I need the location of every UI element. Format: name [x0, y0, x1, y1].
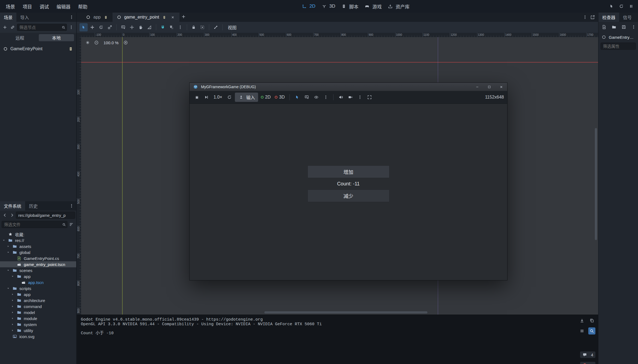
scale-mode-button[interactable] — [106, 23, 114, 31]
file-tree-item[interactable]: app.tscn — [0, 279, 76, 285]
file-tree-item[interactable]: architecture — [0, 297, 76, 303]
selection-list-button[interactable] — [303, 93, 311, 101]
current-path-input[interactable] — [16, 212, 75, 219]
skeleton-options-button[interactable] — [212, 23, 220, 31]
scene-tree-item[interactable]: GameEntryPoint — [0, 45, 76, 52]
file-tree-item[interactable]: command — [0, 303, 76, 309]
expand-arrow-icon[interactable] — [10, 299, 14, 302]
collapse-arrow-icon[interactable] — [6, 251, 10, 254]
workspace-2d[interactable]: 2D — [301, 3, 315, 10]
local-button[interactable]: 本地 — [39, 34, 74, 41]
close-tab-icon[interactable] — [170, 14, 176, 20]
reset-time-scale-button[interactable] — [225, 93, 234, 101]
file-tree-item[interactable]: scripts — [0, 285, 76, 291]
debug-pause-button[interactable] — [627, 2, 635, 10]
mute-audio-button[interactable] — [337, 93, 345, 101]
select-mode-button[interactable] — [79, 23, 88, 31]
increase-button[interactable]: 增加 — [308, 165, 389, 178]
close-button[interactable] — [495, 83, 507, 91]
tab-import[interactable]: 导入 — [16, 13, 33, 22]
horizontal-scrollbar-thumb[interactable] — [264, 311, 427, 313]
file-tree-item[interactable]: utility — [0, 327, 76, 333]
vertical-scrollbar-thumb[interactable] — [595, 128, 597, 240]
rotate-mode-button[interactable] — [97, 23, 105, 31]
workspace-script[interactable]: 脚本 — [341, 3, 358, 10]
collapse-duplicates-button[interactable] — [578, 327, 586, 335]
copy-output-button[interactable] — [588, 317, 595, 324]
fullscreen-button[interactable] — [365, 93, 374, 101]
tab-history[interactable]: 历史 — [25, 201, 42, 211]
error-count-badge[interactable]: 0 — [580, 362, 595, 364]
group-node-button[interactable] — [198, 23, 206, 31]
collapse-arrow-icon[interactable] — [10, 275, 14, 278]
zoom-out-button[interactable] — [93, 39, 100, 46]
scene-tree-menu-button[interactable] — [68, 24, 75, 31]
camera-override-button[interactable] — [346, 93, 355, 101]
game-window-titlebar[interactable]: MyGFrameworkGame (DEBUG) — [190, 83, 507, 91]
pick-node-button[interactable] — [293, 93, 301, 101]
collapse-arrow-icon[interactable] — [6, 287, 10, 290]
speed-scale-label[interactable]: 1.0× — [212, 95, 224, 100]
pan-mode-button[interactable] — [137, 23, 145, 31]
remote-button[interactable]: 远程 — [2, 34, 38, 41]
camera-options-button[interactable] — [356, 93, 364, 101]
visibility-options-button[interactable] — [312, 93, 320, 101]
filesystem-menu-button[interactable] — [67, 202, 76, 210]
file-tree-item[interactable]: system — [0, 321, 76, 327]
horizontal-scrollbar[interactable] — [81, 311, 598, 314]
file-tree-item[interactable]: game_entry_point.tscn — [0, 261, 76, 267]
expand-arrow-icon[interactable] — [10, 317, 14, 320]
zoom-in-button[interactable] — [122, 39, 129, 46]
tab-filesystem[interactable]: 文件系统 — [0, 201, 25, 211]
add-scene-tab-button[interactable] — [179, 13, 188, 21]
vertical-scrollbar[interactable] — [594, 37, 598, 315]
menu-debug[interactable]: 调试 — [36, 2, 52, 11]
inspector-node-header[interactable]: GameEntryPoint — [598, 32, 638, 42]
load-resource-button[interactable] — [610, 23, 618, 31]
file-tree-item[interactable]: GameEntryPoint.cs — [0, 255, 76, 261]
instance-scene-button[interactable] — [9, 24, 16, 31]
scene-tabs-menu-button[interactable] — [582, 14, 588, 20]
file-tree-item[interactable]: model — [0, 309, 76, 315]
new-resource-button[interactable] — [600, 23, 608, 31]
expand-arrow-icon[interactable] — [10, 305, 14, 308]
attached-script-icon[interactable] — [67, 46, 74, 52]
expand-arrow-icon[interactable] — [6, 245, 10, 248]
tab-scene[interactable]: 场景 — [0, 13, 16, 22]
file-tree-item[interactable]: 收藏: — [0, 231, 76, 237]
tab-inspector[interactable]: 检查器 — [598, 13, 619, 22]
message-count-badge[interactable]: 4 — [580, 351, 595, 358]
menu-help[interactable]: 帮助 — [75, 2, 91, 11]
nav-forward-button[interactable] — [9, 212, 15, 218]
file-tree-item[interactable]: global — [0, 249, 76, 255]
inspector-menu-button[interactable] — [636, 13, 638, 21]
filter-files-input[interactable] — [2, 221, 67, 228]
collapse-arrow-icon[interactable] — [2, 239, 6, 242]
scene-tab-game-entry-point[interactable]: game_entry_point — [113, 13, 179, 22]
scene-dock-menu-button[interactable] — [67, 13, 76, 21]
filter-properties-input[interactable] — [601, 43, 636, 50]
snap-options-button[interactable] — [176, 23, 184, 31]
scroll-bottom-button[interactable] — [578, 317, 586, 324]
add-node-button[interactable] — [2, 24, 8, 31]
sort-files-button[interactable] — [68, 221, 75, 228]
maximize-button[interactable] — [483, 83, 495, 91]
nav-back-button[interactable] — [2, 212, 8, 218]
grid-snap-button[interactable] — [167, 23, 176, 31]
lock-node-button[interactable] — [190, 23, 198, 31]
debug-menu-button[interactable] — [193, 93, 201, 101]
filter-nodes-input[interactable] — [17, 24, 67, 31]
mode-3d-button[interactable]: 3D — [273, 95, 286, 100]
workspace-3d[interactable]: 3D — [321, 3, 335, 10]
selection-options-button[interactable] — [322, 93, 330, 101]
menu-editor[interactable]: 编辑器 — [53, 2, 74, 11]
list-select-button[interactable] — [119, 23, 127, 31]
collapse-arrow-icon[interactable] — [6, 269, 10, 272]
zoom-reset-button[interactable]: 100.0 % — [102, 40, 120, 46]
file-tree-item[interactable]: module — [0, 315, 76, 321]
inspector-tools-menu-button[interactable] — [630, 23, 638, 31]
expand-arrow-icon[interactable] — [10, 323, 14, 326]
file-tree-item[interactable]: scenes — [0, 267, 76, 273]
scene-tab-app[interactable]: app — [82, 13, 113, 22]
minimize-button[interactable] — [471, 83, 483, 91]
